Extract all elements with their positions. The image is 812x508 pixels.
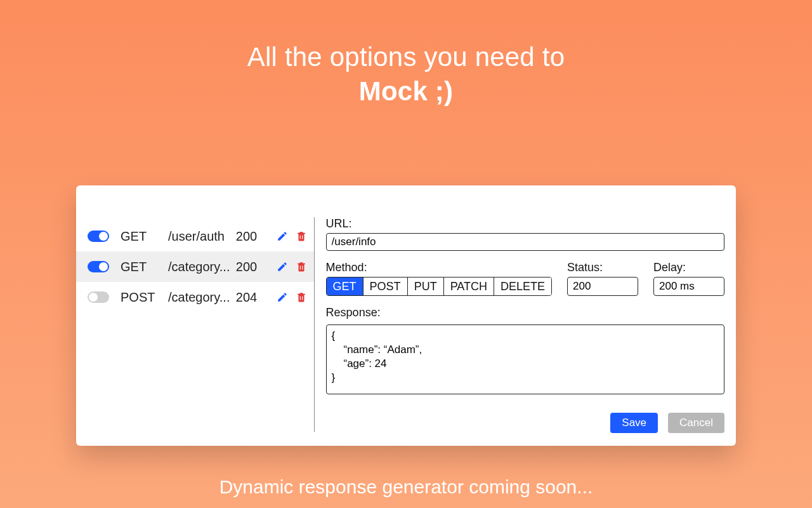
- mock-status: 200: [236, 260, 271, 274]
- mock-path: /category...: [168, 290, 236, 305]
- svg-rect-1: [302, 236, 303, 239]
- enable-toggle[interactable]: [88, 261, 109, 272]
- mock-path: /category...: [168, 260, 236, 274]
- editor-card: GET/user/auth200GET/category...200POST/c…: [76, 185, 736, 446]
- method-post[interactable]: POST: [363, 277, 408, 295]
- svg-rect-2: [300, 266, 301, 270]
- edit-icon[interactable]: [275, 290, 290, 305]
- method-group: GETPOSTPUTPATCHDELETE: [326, 277, 552, 296]
- enable-toggle[interactable]: [88, 231, 109, 242]
- mock-method: POST: [121, 290, 168, 305]
- hero-line2: Mock ;): [0, 76, 812, 107]
- method-delete[interactable]: DELETE: [494, 277, 551, 295]
- method-label: Method:: [326, 261, 552, 274]
- mock-method: GET: [121, 229, 168, 244]
- footer-text: Dynamic response generator coming soon..…: [0, 476, 812, 498]
- mock-status: 204: [236, 290, 271, 305]
- svg-rect-5: [302, 297, 303, 300]
- response-label: Response:: [326, 306, 724, 319]
- cancel-button[interactable]: Cancel: [668, 413, 724, 433]
- hero: All the options you need to Mock ;): [0, 0, 812, 107]
- status-label: Status:: [567, 261, 638, 274]
- response-input[interactable]: [326, 324, 724, 394]
- mock-status: 200: [236, 229, 271, 244]
- mock-row[interactable]: GET/category...200: [76, 251, 314, 282]
- method-put[interactable]: PUT: [408, 277, 444, 295]
- url-input[interactable]: [326, 233, 724, 251]
- mock-form: URL: Method: GETPOSTPUTPATCHDELETE Statu…: [315, 185, 736, 446]
- method-get[interactable]: GET: [327, 277, 363, 295]
- delete-icon[interactable]: [294, 229, 309, 244]
- svg-rect-3: [302, 266, 303, 270]
- mock-method: GET: [121, 260, 168, 274]
- url-label: URL:: [326, 217, 724, 231]
- svg-rect-4: [300, 297, 301, 300]
- mock-list: GET/user/auth200GET/category...200POST/c…: [76, 185, 314, 446]
- mock-row[interactable]: POST/category...204: [76, 282, 314, 312]
- mock-path: /user/auth: [168, 229, 236, 244]
- delete-icon[interactable]: [294, 290, 309, 305]
- edit-icon[interactable]: [275, 259, 290, 274]
- method-patch[interactable]: PATCH: [444, 277, 494, 295]
- delay-label: Delay:: [653, 261, 724, 274]
- enable-toggle[interactable]: [88, 291, 109, 303]
- status-input[interactable]: [567, 277, 638, 296]
- edit-icon[interactable]: [275, 229, 290, 244]
- delay-input[interactable]: [653, 277, 724, 296]
- delete-icon[interactable]: [294, 259, 309, 274]
- mock-row[interactable]: GET/user/auth200: [76, 221, 314, 251]
- svg-rect-0: [300, 236, 301, 239]
- hero-line1: All the options you need to: [0, 42, 812, 72]
- save-button[interactable]: Save: [610, 413, 658, 433]
